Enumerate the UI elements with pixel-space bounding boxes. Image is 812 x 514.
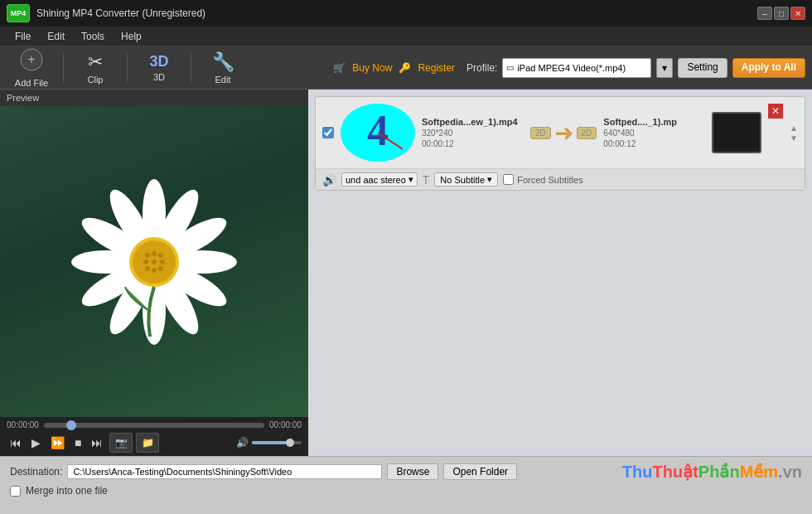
menu-tools[interactable]: Tools	[73, 29, 113, 44]
audio-select[interactable]: und aac stereo ▾	[341, 172, 418, 187]
forced-subtitles-area: Forced Subtitles	[503, 174, 582, 185]
destination-label: Destination:	[10, 466, 62, 478]
buy-register-area: 🛒 Buy Now 🔑 Register	[333, 62, 455, 74]
destination-row: Destination: C:\Users\Anca-Testing\Docum…	[10, 462, 802, 482]
profile-icon: ▭	[506, 63, 514, 72]
svg-point-20	[152, 259, 157, 264]
svg-point-23	[152, 268, 157, 273]
skip-forward-button[interactable]: ⏭	[88, 434, 106, 451]
badge-2d-input: 2D	[530, 127, 551, 139]
time-end: 00:00:00	[269, 420, 302, 429]
add-file-button[interactable]: + Add File	[7, 49, 56, 87]
folder-button[interactable]: 📁	[136, 433, 159, 453]
menu-help[interactable]: Help	[113, 29, 150, 44]
preview-panel: Preview	[0, 90, 308, 456]
key-icon: 🔑	[399, 62, 411, 74]
separator-3	[191, 53, 191, 83]
cart-icon: 🛒	[333, 62, 346, 74]
output-preview-box	[712, 112, 761, 153]
file-checkbox[interactable]	[322, 127, 334, 138]
edit-label: Edit	[215, 75, 231, 85]
subtitle-icon: T	[423, 173, 430, 187]
volume-icon: 🔊	[236, 437, 249, 449]
content-area: Preview	[0, 90, 812, 456]
file-close-button[interactable]: ✕	[768, 104, 783, 119]
fast-forward-button[interactable]: ⏩	[47, 434, 68, 451]
preview-video	[0, 106, 308, 417]
play-button[interactable]: ▶	[28, 434, 44, 451]
app-logo: MP4	[7, 4, 30, 22]
toolbar: + Add File ✂ Clip 3D 3D 🔧 Edit 🛒 Buy Now	[0, 46, 812, 90]
input-file-name: Softpedia...ew_1).mp4	[422, 117, 524, 127]
control-buttons: ⏮ ▶ ⏩ ■ ⏭ 📷 📁 🔊	[7, 433, 302, 453]
scroll-up-button[interactable]: ▲	[790, 124, 798, 133]
time-start: 00:00:00	[7, 420, 39, 429]
profile-label: Profile:	[466, 62, 497, 74]
input-file-res: 320*240	[422, 128, 524, 138]
skip-back-button[interactable]: ⏮	[7, 434, 25, 451]
register-button[interactable]: Register	[418, 62, 455, 74]
forced-sub-checkbox[interactable]	[503, 174, 514, 185]
minimize-button[interactable]: –	[757, 7, 772, 20]
title-bar: MP4 Shining MP4 Converter (Unregistered)…	[0, 0, 812, 27]
preview-controls: 00:00:00 00:00:00 ⏮ ▶ ⏩ ■ ⏭ 📷 📁 🔊	[0, 417, 308, 456]
wm-thu: Thu	[622, 463, 653, 482]
svg-point-16	[145, 253, 150, 258]
svg-point-21	[160, 259, 165, 264]
input-file-info: Softpedia...ew_1).mp4 320*240 00:00:12	[422, 117, 524, 148]
thumbnail-image: 4	[341, 104, 415, 162]
browse-button[interactable]: Browse	[387, 463, 438, 480]
3d-icon: 3D	[149, 53, 168, 70]
profile-select[interactable]: ▭ iPad MPEG4 Video(*.mp4)	[502, 58, 651, 78]
volume-track[interactable]	[252, 441, 302, 444]
setting-button[interactable]: Setting	[678, 58, 727, 78]
screenshot-button[interactable]: 📷	[109, 433, 133, 453]
destination-path[interactable]: C:\Users\Anca-Testing\Documents\Shiningy…	[67, 464, 382, 479]
separator-2	[127, 53, 128, 83]
clip-label: Clip	[88, 75, 104, 85]
progress-thumb[interactable]	[66, 420, 76, 430]
progress-track[interactable]	[44, 423, 264, 428]
badge-2d-output: 2D	[577, 127, 597, 139]
svg-point-18	[158, 253, 163, 258]
close-button[interactable]: ✕	[790, 7, 805, 20]
svg-point-19	[143, 259, 148, 264]
format-arrows: 2D ➜ 2D	[530, 119, 597, 147]
maximize-button[interactable]: □	[774, 7, 789, 20]
volume-area: 🔊	[236, 437, 302, 449]
subtitle-label: No Subtitle	[440, 175, 485, 185]
menu-file[interactable]: File	[7, 29, 39, 44]
file-thumbnail: 4	[341, 104, 415, 162]
svg-point-22	[145, 266, 150, 271]
scroll-down-button[interactable]: ▼	[790, 133, 798, 143]
wm-thuat: Thuật	[653, 462, 698, 482]
subtitle-select[interactable]: No Subtitle ▾	[434, 172, 498, 187]
merge-checkbox[interactable]	[10, 486, 21, 497]
output-file-name: Softped...._1).mp	[603, 117, 705, 127]
watermark: ThuThuậtPhầnMềm.vn	[622, 462, 802, 482]
volume-thumb[interactable]	[286, 439, 294, 447]
3d-button[interactable]: 3D 3D	[134, 49, 184, 87]
buy-button[interactable]: Buy Now	[352, 62, 392, 74]
svg-text:+: +	[27, 52, 35, 66]
svg-text:4: 4	[367, 107, 389, 154]
subtitle-dropdown-icon: ▾	[487, 174, 492, 185]
open-folder-button[interactable]: Open Folder	[443, 463, 517, 480]
input-file-time: 00:00:12	[422, 139, 524, 148]
file-item-bottom: 🔊 und aac stereo ▾ T No Subtitle ▾ Force…	[316, 168, 805, 190]
menu-edit[interactable]: Edit	[39, 29, 73, 44]
output-file-res: 640*480	[603, 128, 705, 138]
window-controls: – □ ✕	[757, 7, 805, 20]
audio-dropdown-icon: ▾	[408, 174, 413, 185]
output-file-info: Softped...._1).mp 640*480 00:00:12	[603, 117, 705, 148]
profile-value: iPad MPEG4 Video(*.mp4)	[517, 63, 647, 73]
stop-button[interactable]: ■	[71, 434, 85, 451]
edit-button[interactable]: 🔧 Edit	[198, 49, 248, 87]
apply-all-button[interactable]: Apply to All	[732, 58, 805, 78]
time-bar: 00:00:00 00:00:00	[7, 420, 302, 429]
file-item-card: 4 Softpedia...ew_1).mp4 320*240 00:00:12…	[315, 96, 805, 191]
audio-label: und aac stereo	[346, 175, 406, 185]
clip-button[interactable]: ✂ Clip	[70, 49, 120, 87]
profile-dropdown-button[interactable]: ▾	[656, 58, 673, 78]
clip-icon: ✂	[88, 51, 103, 73]
